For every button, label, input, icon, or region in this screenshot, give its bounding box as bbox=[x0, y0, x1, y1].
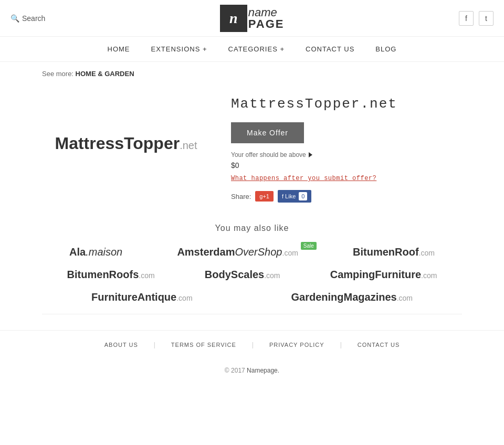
domain-bold: CampingFurniture bbox=[330, 269, 421, 280]
domain-bold: BitumenRoofs bbox=[67, 269, 139, 280]
domains-grid: Ala.maison AmsterdamOverShop.com Sale Bi… bbox=[42, 246, 462, 303]
nav-item-home[interactable]: HOME bbox=[108, 43, 130, 56]
nav-item-extensions[interactable]: EXTENSIONS + bbox=[151, 43, 207, 56]
share-label: Share: bbox=[231, 193, 251, 200]
domain-logo-text: MattressTopper.net bbox=[55, 134, 197, 153]
offer-info: Your offer should be above bbox=[231, 151, 462, 158]
domain-tld: .com bbox=[419, 249, 435, 257]
social-icons: f t bbox=[459, 11, 494, 26]
domain-italic: .maison bbox=[86, 246, 122, 258]
copyright-text: © 2017 bbox=[225, 367, 247, 374]
domains-row-2: BitumenRoofs.com BodyScales.com CampingF… bbox=[42, 269, 462, 281]
fb-label: f Like bbox=[282, 193, 296, 199]
domain-tld: .com bbox=[176, 294, 192, 302]
also-like-title: You may also like bbox=[42, 224, 462, 233]
list-item[interactable]: BitumenRoofs.com bbox=[67, 269, 155, 281]
list-item[interactable]: BodyScales.com bbox=[205, 269, 280, 281]
breadcrumb-see-more: See more: bbox=[42, 70, 74, 78]
list-item[interactable]: GardeningMagazines.com bbox=[291, 291, 413, 303]
list-item[interactable]: FurnitureAntique.com bbox=[91, 291, 193, 303]
nav-item-categories[interactable]: CATEGORIES + bbox=[228, 43, 285, 56]
share-area: Share: g+1 f Like 0 bbox=[231, 190, 462, 203]
search-icon: 🔍 bbox=[10, 14, 19, 23]
arrow-right-icon bbox=[309, 152, 312, 157]
domain-title: MattressTopper.net bbox=[231, 96, 462, 112]
domains-row-3: FurnitureAntique.com GardeningMagazines.… bbox=[42, 291, 462, 303]
domain-tld: .com bbox=[139, 271, 154, 280]
footer-bottom: © 2017 Namepage. bbox=[0, 359, 504, 382]
domain-logo-area: MattressTopper.net bbox=[42, 96, 210, 190]
search-area[interactable]: 🔍 Search bbox=[10, 14, 45, 23]
what-happens-link[interactable]: What happens after you submit offer? bbox=[231, 175, 462, 182]
domain-logo-tld: .net bbox=[180, 140, 197, 151]
logo-box: n bbox=[220, 5, 247, 32]
domain-bold: GardeningMagazines bbox=[291, 291, 397, 303]
nav-item-blog[interactable]: BLOG bbox=[375, 43, 396, 56]
footer-nav-contact[interactable]: CONTACT US bbox=[358, 342, 400, 348]
header: 🔍 Search n name PAGE f t bbox=[0, 0, 504, 37]
domain-tld: .com bbox=[421, 271, 437, 280]
nav-item-contact[interactable]: CONTACT US bbox=[306, 43, 354, 56]
gplus-label: g+1 bbox=[259, 193, 269, 199]
fb-count: 0 bbox=[299, 192, 307, 200]
logo-page: PAGE bbox=[248, 18, 285, 30]
facebook-icon[interactable]: f bbox=[459, 11, 474, 26]
make-offer-button[interactable]: Make Offer bbox=[231, 122, 304, 143]
brand-link[interactable]: Namepage. bbox=[247, 367, 279, 374]
domain-tld: .com bbox=[264, 271, 280, 280]
right-panel: MattressTopper.net Make Offer Your offer… bbox=[231, 96, 462, 203]
also-like-section: You may also like Ala.maison AmsterdamOv… bbox=[0, 213, 504, 314]
breadcrumb-link[interactable]: HOME & GARDEN bbox=[76, 70, 134, 78]
logo-name: name bbox=[248, 7, 285, 18]
footer-nav-about[interactable]: ABOUT US bbox=[104, 342, 138, 348]
main-nav: HOME EXTENSIONS + CATEGORIES + CONTACT U… bbox=[0, 37, 504, 62]
footer-nav: ABOUT US | TERMS OF SERVICE | PRIVACY PO… bbox=[0, 330, 504, 359]
footer-sep-1: | bbox=[154, 341, 155, 348]
logo-area[interactable]: n name PAGE bbox=[220, 5, 285, 32]
domain-bold: Ala bbox=[69, 246, 86, 258]
footer-divider bbox=[42, 314, 462, 314]
sale-badge: Sale bbox=[301, 242, 317, 250]
twitter-icon[interactable]: t bbox=[479, 11, 494, 26]
domain-bold: FurnitureAntique bbox=[91, 291, 176, 303]
domains-row-1: Ala.maison AmsterdamOverShop.com Sale Bi… bbox=[42, 246, 462, 258]
domain-bold: BitumenRoof bbox=[353, 246, 419, 258]
list-item[interactable]: AmsterdamOverShop.com Sale bbox=[177, 246, 298, 258]
offer-info-text: Your offer should be above bbox=[231, 151, 306, 158]
search-label: Search bbox=[22, 14, 45, 23]
domain-bold: BodyScales bbox=[205, 269, 264, 280]
logo-n-char: n bbox=[229, 10, 238, 27]
offer-price: $0 bbox=[231, 161, 462, 169]
footer-sep-3: | bbox=[340, 341, 342, 348]
list-item[interactable]: CampingFurniture.com bbox=[330, 269, 437, 281]
domain-tld: .com bbox=[397, 294, 413, 302]
footer-sep-2: | bbox=[252, 341, 254, 348]
list-item[interactable]: Ala.maison bbox=[69, 246, 122, 258]
footer-nav-terms[interactable]: TERMS OF SERVICE bbox=[171, 342, 236, 348]
facebook-like-button[interactable]: f Like 0 bbox=[278, 190, 311, 203]
google-plus-button[interactable]: g+1 bbox=[255, 191, 274, 202]
list-item[interactable]: BitumenRoof.com bbox=[353, 246, 435, 258]
domain-italic: OverShop bbox=[235, 246, 282, 258]
domain-tld: .com bbox=[282, 249, 298, 257]
main-content: MattressTopper.net MattressTopper.net Ma… bbox=[0, 86, 504, 213]
domain-bold: Amsterdam bbox=[177, 246, 235, 258]
domain-logo-bold: MattressTopper bbox=[55, 134, 180, 153]
footer-nav-privacy[interactable]: PRIVACY POLICY bbox=[269, 342, 324, 348]
breadcrumb: See more: HOME & GARDEN bbox=[0, 62, 504, 86]
logo-text-area: name PAGE bbox=[248, 7, 285, 30]
